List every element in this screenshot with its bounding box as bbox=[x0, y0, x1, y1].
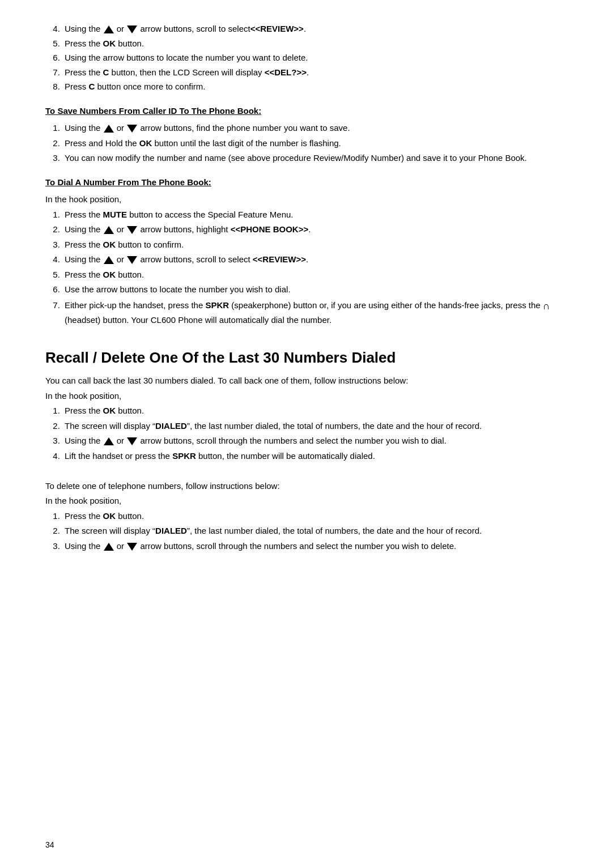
dial-item-1: Press the MUTE button to access the Spec… bbox=[62, 209, 567, 222]
top-item4-pre: Using the bbox=[65, 24, 100, 33]
dial-intro: In the hook position, bbox=[45, 193, 567, 206]
dial-item-3: Press the OK button to confirm. bbox=[62, 239, 567, 252]
top-item4-bold: <<REVIEW>> bbox=[250, 24, 304, 33]
top-item-5: Press the OK button. bbox=[62, 37, 567, 50]
recall-intro2: In the hook position, bbox=[45, 390, 567, 403]
recall-item-1: Press the OK button. bbox=[62, 405, 567, 418]
save-item-1: Using the or arrow buttons, find the pho… bbox=[62, 122, 567, 135]
delete-item-1: Press the OK button. bbox=[62, 510, 567, 523]
recall-intro: You can call back the last 30 numbers di… bbox=[45, 375, 567, 388]
recall-item-3: Using the or arrow buttons, scroll throu… bbox=[62, 435, 567, 448]
save-section-title: To Save Numbers From Caller ID To The Ph… bbox=[45, 105, 567, 118]
save-list: Using the or arrow buttons, find the pho… bbox=[62, 122, 567, 165]
arrow-down-icon bbox=[127, 543, 137, 551]
page-number: 34 bbox=[45, 839, 54, 851]
arrow-up-icon bbox=[104, 25, 114, 33]
headset-icon: ∩ bbox=[543, 299, 550, 314]
dial-item-6: Use the arrow buttons to locate the numb… bbox=[62, 283, 567, 296]
top-item4-post: arrow buttons, scroll to select bbox=[140, 24, 250, 33]
recall-item-4: Lift the handset or press the SPKR butto… bbox=[62, 450, 567, 463]
delete-intro2: In the hook position, bbox=[45, 495, 567, 508]
top-item-4: Using the or arrow buttons, scroll to se… bbox=[62, 23, 567, 36]
top-item4-or: or bbox=[117, 24, 124, 33]
dial-section-title: To Dial A Number From The Phone Book: bbox=[45, 176, 567, 189]
dial-item-2: Using the or arrow buttons, highlight <<… bbox=[62, 223, 567, 236]
save-section: To Save Numbers From Caller ID To The Ph… bbox=[45, 105, 567, 165]
recall-item-2: The screen will display “DIALED”, the la… bbox=[62, 420, 567, 433]
arrow-up-icon bbox=[104, 543, 114, 551]
delete-item-3: Using the or arrow buttons, scroll throu… bbox=[62, 540, 567, 553]
dial-item-4: Using the or arrow buttons, scroll to se… bbox=[62, 253, 567, 266]
dial-item-5: Press the OK button. bbox=[62, 269, 567, 282]
dial-section: To Dial A Number From The Phone Book: In… bbox=[45, 176, 567, 327]
top-item-8: Press C button once more to confirm. bbox=[62, 80, 567, 93]
recall-list: Press the OK button. The screen will dis… bbox=[62, 405, 567, 462]
save-item-3: You can now modify the number and name (… bbox=[62, 152, 567, 165]
arrow-up-icon bbox=[104, 256, 114, 264]
dial-item-7: Either pick-up the handset, press the SP… bbox=[62, 299, 567, 327]
top-item-7: Press the C button, then the LCD Screen … bbox=[62, 66, 567, 79]
delete-intro: To delete one of telephone numbers, foll… bbox=[45, 480, 567, 493]
arrow-up-icon bbox=[104, 226, 114, 234]
top-list: Using the or arrow buttons, scroll to se… bbox=[62, 23, 567, 93]
arrow-down-icon bbox=[127, 256, 137, 264]
arrow-down-icon bbox=[127, 25, 137, 33]
arrow-down-icon bbox=[127, 437, 137, 445]
dial-list: Press the MUTE button to access the Spec… bbox=[62, 209, 567, 327]
recall-heading: Recall / Delete One Of the Last 30 Numbe… bbox=[45, 347, 567, 369]
delete-item-2: The screen will display “DIALED”, the la… bbox=[62, 525, 567, 538]
arrow-down-icon bbox=[127, 125, 137, 133]
top-item-6: Using the arrow buttons to locate the nu… bbox=[62, 52, 567, 65]
save-item-2: Press and Hold the OK button until the l… bbox=[62, 137, 567, 150]
arrow-up-icon bbox=[104, 125, 114, 133]
arrow-down-icon bbox=[127, 226, 137, 234]
arrow-up-icon bbox=[104, 437, 114, 445]
delete-list: Press the OK button. The screen will dis… bbox=[62, 510, 567, 553]
recall-section: Recall / Delete One Of the Last 30 Numbe… bbox=[45, 347, 567, 552]
